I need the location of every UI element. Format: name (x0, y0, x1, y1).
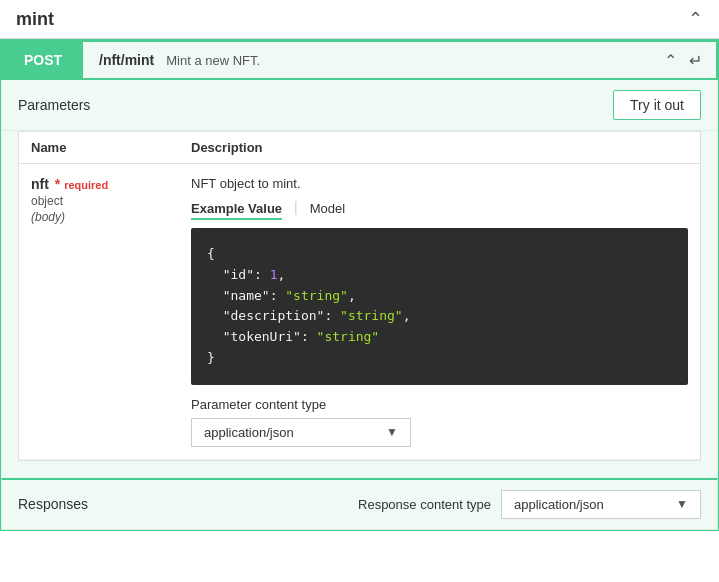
endpoint-bar: POST /nft/mint Mint a new NFT. ⌃ ↵ (1, 40, 718, 80)
example-value-tab[interactable]: Example Value (191, 199, 282, 220)
param-description-column: NFT object to mint. Example Value | Mode… (191, 176, 688, 447)
param-type: object (31, 194, 191, 208)
params-table: Name Description nft * required object (… (18, 131, 701, 461)
example-tabs: Example Value | Model (191, 199, 688, 220)
content-type-select[interactable]: application/json ▼ (191, 418, 411, 447)
endpoint-description: Mint a new NFT. (166, 53, 660, 68)
response-content-type-label: Response content type (358, 497, 491, 512)
tab-divider: | (294, 199, 298, 220)
window-title: mint (16, 9, 54, 30)
close-icon[interactable]: ⌃ (688, 8, 703, 30)
table-header: Name Description (19, 132, 700, 164)
content-type-section: Parameter content type application/json … (191, 397, 688, 447)
content-type-label: Parameter content type (191, 397, 688, 412)
main-wrapper: POST /nft/mint Mint a new NFT. ⌃ ↵ Param… (0, 39, 719, 531)
response-type-value: application/json (514, 497, 604, 512)
table-row: nft * required object (body) NFT object … (19, 164, 700, 460)
param-name: nft * required (31, 176, 108, 192)
endpoint-path: /nft/mint (99, 52, 154, 68)
param-description-text: NFT object to mint. (191, 176, 688, 191)
column-description-header: Description (191, 140, 688, 155)
params-section: Parameters Try it out Name Description n… (1, 80, 718, 478)
model-tab[interactable]: Model (310, 199, 345, 220)
chevron-down-icon: ▼ (386, 425, 398, 439)
code-block: { "id": 1, "name": "string", "descriptio… (191, 228, 688, 385)
try-it-out-button[interactable]: Try it out (613, 90, 701, 120)
column-name-header: Name (31, 140, 191, 155)
chevron-up-icon[interactable]: ⌃ (660, 47, 681, 74)
required-star: * (51, 176, 64, 192)
endpoint-icons: ⌃ ↵ (660, 47, 716, 74)
response-type-section: Response content type application/json ▼ (358, 490, 701, 519)
required-label: required (64, 179, 108, 191)
response-chevron-down-icon: ▼ (676, 497, 688, 511)
response-content-type-select[interactable]: application/json ▼ (501, 490, 701, 519)
content-type-value: application/json (204, 425, 294, 440)
responses-label: Responses (18, 496, 88, 512)
params-header: Parameters Try it out (2, 80, 717, 131)
param-name-column: nft * required object (body) (31, 176, 191, 447)
title-bar: mint ⌃ (0, 0, 719, 39)
method-badge: POST (3, 42, 83, 78)
responses-bar: Responses Response content type applicat… (1, 478, 718, 530)
return-arrow-icon[interactable]: ↵ (685, 47, 706, 74)
param-location: (body) (31, 210, 65, 224)
params-label: Parameters (18, 97, 90, 113)
